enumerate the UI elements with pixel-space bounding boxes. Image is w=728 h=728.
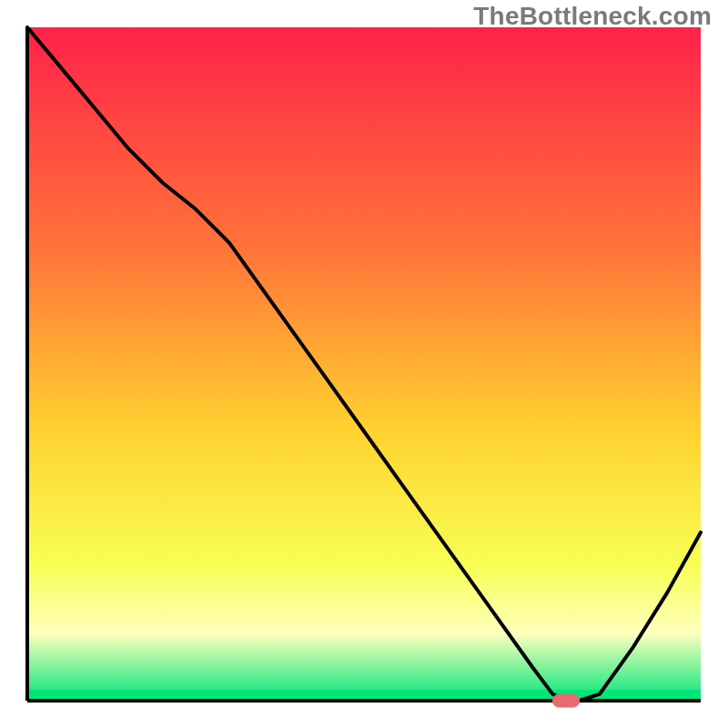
watermark-text: TheBottleneck.com (473, 2, 712, 31)
bottleneck-plot (0, 0, 728, 728)
optimal-range-marker (552, 694, 580, 707)
chart-container: TheBottleneck.com (0, 0, 728, 728)
plot-background (27, 27, 701, 701)
